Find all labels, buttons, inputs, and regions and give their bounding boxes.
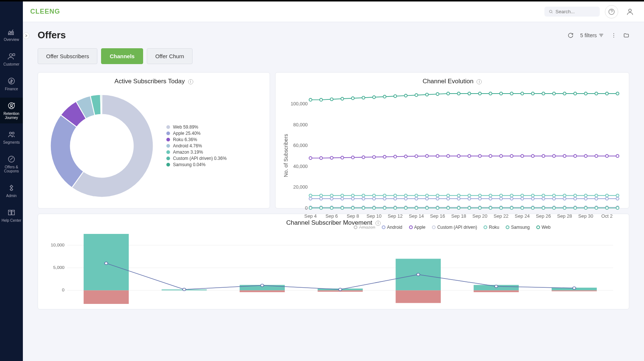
- sidebar-item-retention[interactable]: Retention Journey: [0, 98, 23, 123]
- legend-item[interactable]: Android 4.76%: [166, 143, 226, 148]
- legend-item[interactable]: Web: [536, 225, 550, 230]
- svg-point-123: [457, 194, 460, 197]
- profile-button[interactable]: [623, 5, 637, 18]
- svg-point-73: [563, 92, 566, 95]
- svg-point-205: [373, 207, 375, 210]
- sidebar-expand-toggle[interactable]: [23, 32, 30, 39]
- svg-point-24: [613, 33, 614, 34]
- svg-rect-239: [240, 290, 285, 292]
- refresh-button[interactable]: [568, 32, 574, 38]
- svg-point-199: [309, 207, 312, 210]
- search-input[interactable]: [555, 9, 595, 14]
- sidebar-nav: Overview Customer Finance Retention Jour…: [0, 1, 23, 361]
- svg-point-157: [500, 197, 503, 200]
- svg-point-11: [10, 186, 13, 188]
- sidebar-item-overview[interactable]: Overview: [0, 24, 23, 45]
- svg-point-114: [362, 194, 365, 197]
- svg-point-125: [478, 194, 481, 197]
- svg-point-77: [606, 92, 609, 95]
- svg-point-66: [489, 92, 492, 95]
- svg-text:No. of Subscribers: No. of Subscribers: [283, 134, 289, 177]
- sidebar-item-label: Admin: [6, 194, 17, 198]
- filters-button[interactable]: 5 filters: [580, 32, 604, 38]
- tab-offer-churn[interactable]: Offer Churn: [147, 48, 193, 64]
- help-icon: [7, 208, 16, 217]
- svg-point-105: [584, 155, 587, 158]
- legend-item[interactable]: Roku 6.36%: [166, 137, 226, 142]
- customer-icon: [7, 52, 16, 61]
- tab-bar: Offer Subscribers Channels Offer Churn: [38, 48, 629, 64]
- admin-icon: [7, 183, 16, 192]
- search-box[interactable]: [544, 7, 600, 17]
- svg-point-135: [584, 194, 587, 197]
- svg-point-140: [320, 197, 323, 200]
- sidebar-item-segments[interactable]: Segments: [0, 126, 23, 148]
- legend-item[interactable]: Samsung 0.04%: [166, 162, 226, 167]
- legend-item[interactable]: Samsung: [506, 225, 530, 230]
- svg-point-223: [563, 207, 566, 210]
- svg-point-161: [542, 197, 545, 200]
- svg-point-149: [415, 197, 418, 200]
- svg-text:Sep 4: Sep 4: [304, 213, 316, 219]
- svg-point-70: [532, 92, 534, 95]
- page-title: Offers: [38, 29, 66, 41]
- svg-point-215: [478, 207, 481, 210]
- donut-chart: [45, 89, 159, 203]
- svg-point-168: [616, 197, 619, 200]
- svg-text:Sep 8: Sep 8: [347, 213, 359, 219]
- svg-point-68: [510, 92, 513, 95]
- svg-point-103: [563, 155, 566, 158]
- svg-point-154: [468, 197, 471, 200]
- svg-point-211: [436, 207, 439, 210]
- user-icon: [626, 8, 634, 16]
- svg-point-208: [404, 207, 407, 210]
- tab-offer-subscribers[interactable]: Offer Subscribers: [38, 48, 97, 64]
- legend-item[interactable]: Custom (API driven) 0.36%: [166, 156, 226, 161]
- more-menu-button[interactable]: [611, 32, 617, 38]
- svg-point-65: [478, 92, 481, 95]
- legend-item[interactable]: Android: [382, 225, 402, 230]
- legend-item[interactable]: Roku: [484, 225, 499, 230]
- sidebar-item-label: Overview: [4, 38, 19, 42]
- active-subscribers-card: Active Subscribers Today i Web 59.89%App…: [38, 72, 270, 208]
- svg-text:Sep 28: Sep 28: [557, 213, 572, 219]
- folder-button[interactable]: [623, 32, 629, 38]
- help-button[interactable]: [605, 5, 618, 18]
- info-icon[interactable]: i: [188, 79, 193, 84]
- sidebar-item-admin[interactable]: Admin: [0, 180, 23, 201]
- legend-item[interactable]: Apple 25.40%: [166, 131, 226, 136]
- svg-text:80,000: 80,000: [293, 122, 308, 127]
- svg-text:60,000: 60,000: [293, 143, 308, 148]
- svg-point-84: [362, 156, 365, 159]
- svg-point-106: [595, 155, 598, 158]
- legend-item[interactable]: Apple: [409, 225, 426, 230]
- line-chart: 020,00040,00060,00080,000100,000No. of S…: [282, 89, 622, 222]
- svg-point-92: [447, 155, 450, 158]
- sidebar-item-finance[interactable]: Finance: [0, 73, 23, 95]
- svg-point-167: [606, 197, 609, 200]
- svg-point-74: [574, 92, 577, 95]
- svg-text:20,000: 20,000: [293, 184, 308, 190]
- svg-text:Sep 24: Sep 24: [515, 213, 530, 219]
- svg-point-64: [468, 92, 471, 95]
- sidebar-item-customer[interactable]: Customer: [0, 48, 23, 70]
- svg-point-67: [500, 92, 503, 95]
- tab-channels[interactable]: Channels: [101, 48, 143, 64]
- svg-point-202: [341, 207, 344, 210]
- svg-rect-247: [552, 290, 597, 291]
- svg-point-25: [613, 35, 614, 36]
- legend-item[interactable]: Custom (API driven): [432, 225, 477, 230]
- folder-icon: [623, 32, 629, 38]
- legend-item[interactable]: Amazon 3.19%: [166, 150, 226, 155]
- svg-text:100,000: 100,000: [291, 101, 308, 106]
- svg-point-93: [457, 155, 460, 158]
- sidebar-item-help[interactable]: Help Center: [0, 204, 23, 226]
- info-icon[interactable]: i: [477, 79, 482, 84]
- svg-point-204: [362, 207, 365, 210]
- svg-point-148: [404, 197, 407, 200]
- sidebar-item-label: Finance: [5, 87, 18, 91]
- svg-point-159: [521, 197, 524, 200]
- sidebar-item-offers[interactable]: Offers & Coupons: [0, 151, 23, 177]
- legend-item[interactable]: Web 59.89%: [166, 125, 226, 130]
- svg-point-89: [415, 155, 418, 158]
